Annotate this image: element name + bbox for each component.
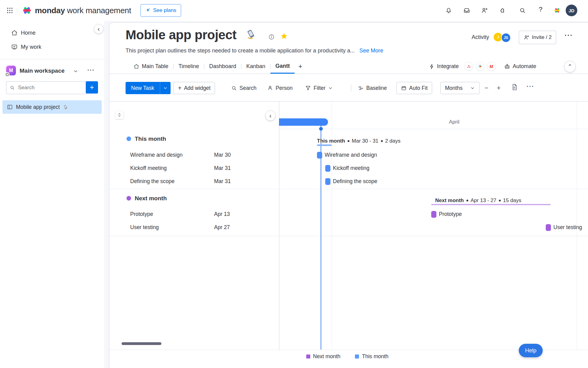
board-info-icon[interactable]: [268, 34, 275, 41]
group-timeline-bar[interactable]: [431, 204, 551, 205]
legend-item[interactable]: Next month: [313, 353, 340, 360]
auto-fit-button[interactable]: Auto Fit: [396, 82, 432, 94]
zoom-in-button[interactable]: +: [497, 85, 501, 91]
export-icon[interactable]: [511, 83, 518, 92]
baseline-button[interactable]: Baseline: [356, 82, 389, 94]
funnel-icon: [305, 85, 311, 91]
task-name[interactable]: User testing: [130, 224, 159, 231]
gantt-month-header-border: [279, 129, 588, 129]
sidebar-item-home[interactable]: Home: [21, 30, 36, 36]
add-view-button[interactable]: +: [295, 59, 306, 74]
apps-marketplace-icon[interactable]: [499, 7, 506, 14]
group-timeline-bar[interactable]: [317, 144, 332, 146]
group-name[interactable]: Next month: [135, 195, 167, 202]
workspace-chevron-down-icon[interactable]: [73, 68, 78, 75]
task-date: Apr 27: [214, 224, 230, 231]
help-button[interactable]: Help: [519, 344, 543, 357]
brand-product: work management: [67, 6, 131, 15]
workspace-more-icon[interactable]: ⋯: [87, 66, 94, 74]
see-plans-button[interactable]: See plans: [141, 4, 181, 17]
help-icon[interactable]: ?: [537, 6, 544, 13]
gmail-app-icon[interactable]: M: [487, 62, 496, 71]
search-label: Search: [239, 85, 256, 91]
toolbar-more-icon[interactable]: ⋯: [526, 82, 534, 91]
zoom-level-select[interactable]: Months: [440, 82, 480, 94]
inbox-icon[interactable]: [463, 7, 470, 14]
favorite-star-icon[interactable]: [280, 32, 288, 42]
integrate-button[interactable]: Integrate: [429, 63, 459, 70]
chevron-down-icon: [163, 86, 168, 90]
task-bar[interactable]: [325, 178, 330, 185]
user-avatar[interactable]: JD: [566, 5, 577, 16]
task-bar[interactable]: [546, 224, 551, 231]
tab-dashboard[interactable]: Dashboard: [204, 59, 241, 74]
task-bar[interactable]: [325, 165, 330, 172]
invite-members-icon[interactable]: [481, 7, 488, 14]
collapse-header-button[interactable]: ⌃: [564, 61, 576, 72]
new-task-button[interactable]: New Task: [126, 82, 171, 94]
month-header: April: [439, 119, 469, 125]
gantt-top-border: [109, 101, 588, 102]
apps-grid-icon[interactable]: [6, 7, 13, 15]
chevron-left-icon: ‹: [270, 112, 272, 119]
calendar-icon: [401, 85, 407, 91]
automate-label: Automate: [513, 63, 536, 70]
automate-button[interactable]: Automate: [504, 63, 536, 70]
group-color-dot: [126, 136, 131, 141]
legend-item[interactable]: This month: [362, 353, 389, 360]
page-title[interactable]: Mobile app project: [126, 28, 236, 42]
task-name[interactable]: Prototype: [130, 211, 153, 217]
workspace-name[interactable]: Main workspace: [20, 67, 65, 74]
add-widget-button[interactable]: + Add widget: [173, 82, 215, 94]
chevron-down-icon: [328, 86, 333, 90]
search-icon[interactable]: [519, 7, 526, 14]
group-summary-duration: 15 days: [503, 197, 522, 204]
task-date: Mar 31: [214, 178, 231, 185]
gantt-row-divider: [109, 236, 588, 236]
asana-app-icon[interactable]: [464, 62, 473, 71]
add-item-button[interactable]: +: [86, 81, 98, 94]
board-more-icon[interactable]: ⋯: [564, 30, 573, 40]
task-bar[interactable]: [317, 152, 322, 159]
group-name[interactable]: This month: [135, 136, 166, 142]
plus-icon: +: [90, 83, 94, 92]
products-switcher-icon[interactable]: [553, 6, 561, 16]
search-button[interactable]: Search: [229, 82, 258, 94]
sidebar-search-input[interactable]: [17, 84, 74, 91]
see-plans-label: See plans: [153, 7, 176, 13]
task-bar-label: Wireframe and design: [325, 152, 377, 158]
collapse-all-rows-button[interactable]: [115, 111, 123, 119]
sidebar-item-board[interactable]: Mobile app project: [2, 100, 102, 114]
tab-kanban[interactable]: Kanban: [241, 59, 270, 74]
filter-button[interactable]: Filter: [303, 82, 335, 94]
task-name[interactable]: Defining the scope: [130, 178, 175, 185]
zoom-out-button[interactable]: −: [484, 85, 488, 91]
tab-gantt[interactable]: Gantt: [270, 59, 295, 74]
horizontal-scrollbar-thumb[interactable]: [122, 342, 161, 345]
board-view-panel: [109, 22, 588, 368]
avatar-initials: JS: [504, 36, 508, 40]
sidebar-collapse-button[interactable]: ‹: [94, 24, 104, 34]
new-task-dropdown[interactable]: [160, 82, 171, 94]
notifications-bell-icon[interactable]: [445, 7, 452, 14]
task-name[interactable]: Kickoff meeting: [130, 165, 167, 171]
person-filter-button[interactable]: Person: [265, 82, 294, 94]
sidebar-item-my-work[interactable]: My work: [21, 44, 41, 50]
slack-app-icon[interactable]: [476, 62, 484, 71]
tab-timeline[interactable]: Timeline: [174, 59, 204, 74]
group-summary-range: Apr 13 - 27: [471, 197, 496, 204]
invite-button[interactable]: Invite / 2: [519, 31, 556, 44]
collapse-task-panel-button[interactable]: ‹: [265, 110, 276, 121]
workspace-letter: M: [9, 68, 13, 73]
task-name[interactable]: Wireframe and design: [130, 152, 183, 158]
see-more-link[interactable]: See More: [359, 48, 383, 54]
timeline-scroll-slider[interactable]: [279, 118, 328, 126]
sidebar-search[interactable]: [6, 81, 88, 94]
legend-color-dot: [355, 355, 359, 358]
task-bar[interactable]: [431, 211, 436, 218]
tab-main-table[interactable]: Main Table: [129, 59, 173, 74]
gmail-letter: M: [490, 64, 493, 69]
activity-avatar-2[interactable]: JS: [501, 33, 511, 43]
tab-label: Gantt: [275, 63, 290, 69]
activity-label[interactable]: Activity: [472, 34, 489, 40]
